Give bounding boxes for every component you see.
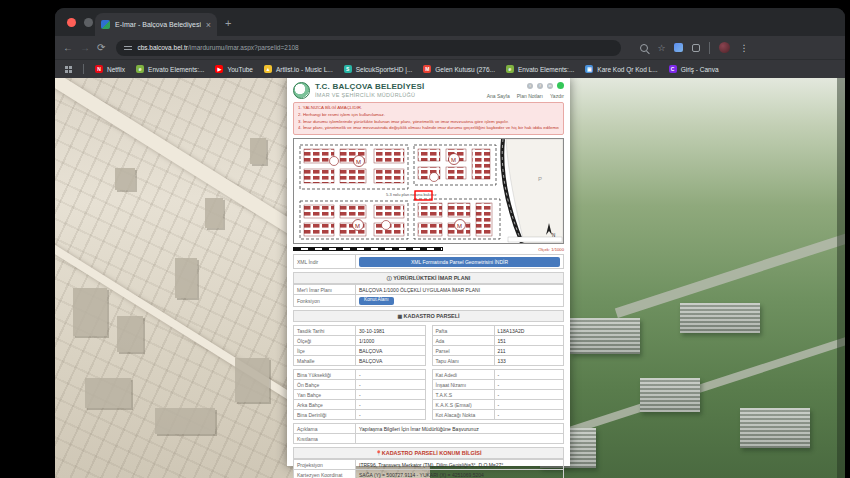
bookmark-netflix[interactable]: NNetflix bbox=[95, 65, 125, 73]
menu-kebab-icon[interactable]: ⋮ bbox=[739, 43, 748, 53]
svg-text:M: M bbox=[356, 159, 361, 165]
kadastro-left-bottom: Bina Yüksekliği- Ön Bahçe- Yan Bahçe- Ar… bbox=[293, 369, 426, 420]
tab-favicon-icon bbox=[101, 20, 110, 29]
whatsapp-icon[interactable] bbox=[557, 82, 564, 89]
disclaimer-notice: 1. YALNIZCA BİLGİ AMAÇLIDIR. 2. Herhangi… bbox=[293, 102, 564, 135]
page-viewport: T.C. BALÇOVA BELEDİYESİ İMAR VE ŞEHİRCİL… bbox=[55, 78, 845, 478]
address-bar[interactable]: cbs.balcova.bel.tr/imardurumu/imar.aspx?… bbox=[116, 40, 621, 56]
aciklama-row: Açıklama Yapılaşma Bilgileri İçin İmar M… bbox=[293, 423, 564, 433]
bookmark-qr-kod[interactable]: ▣Kare Kod Qr Kod L... bbox=[585, 65, 657, 73]
extension-icon[interactable] bbox=[674, 43, 683, 52]
artlist-icon: ▲ bbox=[264, 65, 272, 73]
minimize-window-button[interactable] bbox=[84, 18, 93, 27]
browser-tab[interactable]: E-İmar - Balçova Belediyesi × bbox=[95, 13, 217, 36]
konum-section-header: 📍KADASTRO PARSELİ KONUM BİLGİSİ bbox=[293, 447, 564, 459]
bookmark-canva[interactable]: CGiriş - Canva bbox=[669, 65, 719, 73]
url-host: cbs.balcova.bel.tr bbox=[137, 44, 188, 51]
browser-window: E-İmar - Balçova Belediyesi × + ← → ⟳ cb… bbox=[55, 8, 845, 478]
url-path: /imardurumu/imar.aspx?parselid=2108 bbox=[188, 44, 299, 51]
bookmark-artlist[interactable]: ▲Artlist.io - Music L... bbox=[264, 65, 333, 73]
selcuksports-icon: S bbox=[344, 65, 352, 73]
gmail-icon: M bbox=[423, 65, 431, 73]
xml-download-button[interactable]: XML Formatında Parsel Geometrisini İNDİR bbox=[359, 257, 560, 267]
bookmark-star-icon[interactable]: ☆ bbox=[657, 43, 665, 53]
svg-text:M: M bbox=[457, 223, 462, 229]
svg-text:P: P bbox=[538, 176, 542, 182]
kisitlama-row: Kısıtlama bbox=[293, 433, 564, 444]
notice-line: 1. YALNIZCA BİLGİ AMAÇLIDIR. bbox=[298, 105, 559, 112]
page-header: T.C. BALÇOVA BELEDİYESİ İMAR VE ŞEHİRCİL… bbox=[293, 82, 564, 99]
plan-section-header: ⓘ YÜRÜRLÜKTEKİ İMAR PLANI bbox=[293, 272, 564, 284]
scale-bar bbox=[293, 247, 443, 251]
notice-line: 2. Herhangi bir resmi işlem için kullanı… bbox=[298, 112, 559, 119]
social-icons: t f in bbox=[487, 82, 564, 89]
meri-plan-row: Mer'i İmar Planı BALÇOVA 1/1000 ÖLÇEKLİ … bbox=[293, 284, 564, 294]
reload-icon[interactable]: ⟳ bbox=[97, 43, 105, 53]
fonksiyon-row: Fonksiyon Konut Alanı bbox=[293, 294, 564, 307]
map-scale-row: Ölçek: 1/1000 bbox=[293, 246, 564, 252]
notice-line: 3. İmar durumu işlemlerinde yürürlükte b… bbox=[298, 119, 559, 126]
toolbar-icons: ☆ ⋮ bbox=[640, 42, 748, 54]
page-subtitle: İMAR VE ŞEHİRCİLİK MÜDÜRLÜĞÜ bbox=[315, 92, 425, 98]
konut-alani-button[interactable]: Konut Alanı bbox=[359, 297, 394, 305]
new-tab-button[interactable]: + bbox=[225, 17, 231, 29]
link-plan-notlari[interactable]: Plan Notları bbox=[517, 93, 543, 99]
kartezyen-row: Kartezyen Koordinat SAĞA (Y) = 500727.91… bbox=[293, 469, 564, 478]
back-icon[interactable]: ← bbox=[63, 43, 73, 53]
svg-text:M: M bbox=[355, 223, 360, 229]
netflix-icon: N bbox=[95, 65, 103, 73]
twitter-icon[interactable]: t bbox=[527, 83, 533, 89]
scale-note: Ölçek: 1/1000 bbox=[538, 247, 564, 252]
tab-strip: E-İmar - Balçova Belediyesi × + bbox=[55, 8, 845, 36]
kadastro-right-bottom: Kat Adedi- İnşaat Nizamı- T.A.K.S- K.A.K… bbox=[432, 369, 565, 420]
kisitlama-value bbox=[356, 434, 563, 443]
map-note-text: 5-3 nolu plan notuna bakınız bbox=[386, 192, 436, 197]
zoning-map-drawing: P bbox=[294, 139, 563, 243]
link-ana-sayfa[interactable]: Ana Sayfa bbox=[487, 93, 510, 99]
xml-row: XML İndir XML Formatında Parsel Geometri… bbox=[293, 254, 564, 269]
extensions-puzzle-icon[interactable] bbox=[692, 44, 700, 52]
bookmarks-bar: NNetflix eEnvato Elements:... ▶YouTube ▲… bbox=[55, 59, 845, 78]
aciklama-value: Yapılaşma Bilgileri İçin İmar Müdürlüğün… bbox=[356, 424, 563, 433]
kadastro-section-header: ▦ KADASTRO PARSELİ bbox=[293, 310, 564, 322]
zoning-map[interactable]: P bbox=[293, 138, 564, 244]
link-yazdir[interactable]: Yazdır bbox=[550, 93, 564, 99]
bookmark-selcuksports[interactable]: SSelcukSportsHD |... bbox=[344, 65, 413, 73]
bookmark-youtube[interactable]: ▶YouTube bbox=[215, 65, 253, 73]
canva-icon: C bbox=[669, 65, 677, 73]
municipality-logo bbox=[293, 82, 310, 99]
toolbar-divider bbox=[709, 42, 710, 54]
site-settings-icon[interactable] bbox=[124, 44, 132, 52]
bookmark-envato-1[interactable]: eEnvato Elements:... bbox=[136, 65, 204, 73]
profile-avatar[interactable] bbox=[719, 42, 730, 53]
forward-icon[interactable]: → bbox=[80, 43, 90, 53]
instagram-icon[interactable]: in bbox=[547, 83, 553, 89]
xml-label: XML İndir bbox=[294, 255, 356, 268]
meri-plan-value: BALÇOVA 1/1000 ÖLÇEKLİ UYGULAMA İMAR PLA… bbox=[356, 285, 563, 294]
qr-icon: ▣ bbox=[585, 65, 593, 73]
notice-line: 4. İmar planı, yönetmelik ve imar mevzua… bbox=[298, 125, 559, 132]
projeksiyon-row: Projeksiyon ITRF96, Transvers Merkator (… bbox=[293, 459, 564, 469]
close-window-button[interactable] bbox=[67, 18, 76, 27]
tab-close-icon[interactable]: × bbox=[206, 20, 211, 30]
bookmark-gmail-inbox[interactable]: MGelen Kutusu (276... bbox=[423, 65, 495, 73]
facebook-icon[interactable]: f bbox=[537, 83, 543, 89]
kadastro-right-top: PaftaL18A13A2D Ada151 Parsel211 Tapu Ala… bbox=[432, 325, 565, 366]
svg-text:M: M bbox=[451, 157, 456, 163]
eimar-page: T.C. BALÇOVA BELEDİYESİ İMAR VE ŞEHİRCİL… bbox=[287, 78, 570, 466]
browser-toolbar: ← → ⟳ cbs.balcova.bel.tr/imardurumu/imar… bbox=[55, 36, 845, 59]
bookmarks-divider bbox=[83, 64, 84, 74]
envato-icon: e bbox=[506, 65, 514, 73]
search-icon[interactable] bbox=[640, 44, 648, 52]
envato-icon: e bbox=[136, 65, 144, 73]
kadastro-left-top: Tasdik Tarihi30-10-1981 Ölçeği1/1000 İlç… bbox=[293, 325, 426, 366]
bookmark-envato-2[interactable]: eEnvato Elements:... bbox=[506, 65, 574, 73]
apps-grid-icon[interactable] bbox=[65, 66, 72, 73]
url-text[interactable]: cbs.balcova.bel.tr/imardurumu/imar.aspx?… bbox=[137, 44, 298, 51]
page-title: T.C. BALÇOVA BELEDİYESİ bbox=[315, 82, 425, 91]
tab-title: E-İmar - Balçova Belediyesi bbox=[115, 21, 201, 28]
youtube-icon: ▶ bbox=[215, 65, 223, 73]
